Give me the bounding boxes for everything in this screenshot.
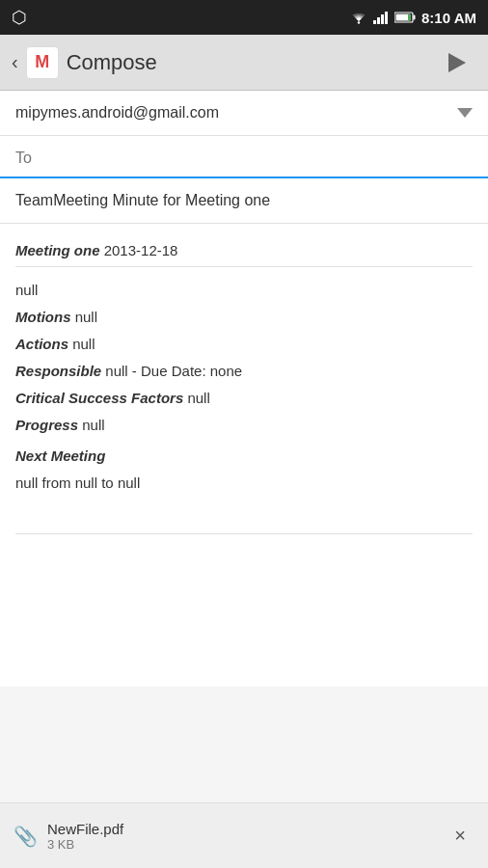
attachment-info: NewFile.pdf 3 KB: [47, 821, 123, 852]
svg-rect-6: [414, 15, 416, 20]
progress-value: null: [78, 417, 105, 433]
motions-label: Motions: [15, 309, 71, 325]
subject-row: TeamMeeting Minute for Meeting one: [0, 178, 488, 224]
send-icon: [448, 53, 466, 72]
responsible-value: null - Due Date: none: [101, 363, 242, 379]
meeting-date: 2013-12-18: [100, 242, 178, 258]
app-bar-title: Compose: [67, 50, 157, 75]
attachment-bar: 📎 NewFile.pdf 3 KB ×: [0, 802, 488, 868]
svg-rect-1: [373, 20, 376, 24]
signal-icon: [373, 11, 389, 24]
back-button[interactable]: ‹: [12, 51, 18, 73]
to-row[interactable]: [0, 136, 488, 178]
attachment-size: 3 KB: [47, 837, 123, 852]
attachment-left: 📎 NewFile.pdf 3 KB: [14, 821, 123, 852]
null-line: null: [15, 279, 473, 302]
next-meeting-value: null from null to null: [15, 475, 140, 491]
motions-value: null: [71, 309, 98, 325]
subject-text: TeamMeeting Minute for Meeting one: [15, 192, 270, 208]
progress-label: Progress: [15, 417, 78, 433]
wifi-icon: [350, 11, 367, 24]
attachment-close-button[interactable]: ×: [446, 822, 474, 851]
progress-line: Progress null: [15, 414, 473, 437]
status-right: 8:10 AM: [350, 10, 476, 26]
usb-icon: ⬡: [12, 7, 27, 28]
send-button[interactable]: [438, 43, 476, 82]
battery-icon: [394, 12, 416, 23]
critical-label: Critical Success Factors: [15, 390, 183, 406]
app-bar-left: ‹ M Compose: [12, 46, 157, 79]
body-divider-2: [15, 533, 473, 534]
actions-line: Actions null: [15, 333, 473, 356]
status-bar: ⬡ 8:10 AM: [0, 0, 488, 35]
motions-line: Motions null: [15, 306, 473, 329]
svg-point-0: [358, 21, 360, 23]
svg-rect-2: [377, 17, 380, 24]
to-input[interactable]: [15, 142, 473, 175]
attachment-name: NewFile.pdf: [47, 821, 123, 837]
actions-value: null: [68, 336, 95, 352]
gmail-icon: M: [26, 46, 59, 79]
app-bar: ‹ M Compose: [0, 35, 488, 91]
body-divider-1: [15, 266, 473, 267]
next-meeting-label: Next Meeting: [15, 448, 105, 464]
next-meeting-line: Next Meeting: [15, 445, 473, 468]
actions-label: Actions: [15, 336, 68, 352]
email-content: mipymes.android@gmail.com TeamMeeting Mi…: [0, 91, 488, 687]
from-email: mipymes.android@gmail.com: [15, 104, 219, 122]
status-left: ⬡: [12, 7, 27, 28]
svg-rect-8: [408, 14, 411, 21]
next-meeting-value-line: null from null to null: [15, 472, 473, 495]
svg-rect-3: [381, 14, 384, 24]
clip-icon: 📎: [14, 825, 38, 848]
responsible-line: Responsible null - Due Date: none: [15, 360, 473, 383]
critical-line: Critical Success Factors null: [15, 387, 473, 410]
email-body: Meeting one 2013-12-18 null Motions null…: [0, 224, 488, 687]
responsible-label: Responsible: [15, 363, 101, 379]
meeting-title: Meeting one: [15, 242, 100, 258]
from-dropdown-arrow[interactable]: [457, 108, 473, 118]
status-time: 8:10 AM: [421, 10, 476, 26]
svg-rect-4: [385, 12, 388, 24]
critical-value: null: [183, 390, 210, 406]
from-row: mipymes.android@gmail.com: [0, 91, 488, 136]
meeting-title-line: Meeting one 2013-12-18: [15, 239, 473, 262]
